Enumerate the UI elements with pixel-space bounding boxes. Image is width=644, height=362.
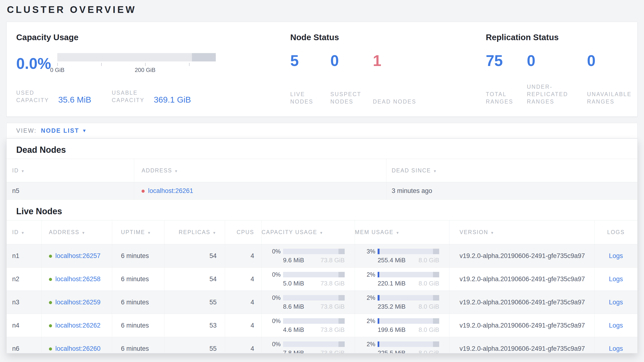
cpus-cell: 4 xyxy=(225,268,261,291)
chevron-down-icon[interactable]: ▼ xyxy=(82,128,87,133)
node-address-link[interactable]: localhost:26258 xyxy=(56,275,100,283)
logs-link[interactable]: Logs xyxy=(609,252,623,259)
used-capacity-stat: USED CAPACITY 35.6 MiB xyxy=(16,89,91,104)
mem-total-value: 8.0 GiB xyxy=(418,303,439,310)
column-header-label: ADDRESS xyxy=(142,167,172,173)
logs-link[interactable]: Logs xyxy=(609,299,623,306)
axis-tick xyxy=(145,63,146,66)
capacity-used-value: 4.6 MiB xyxy=(283,326,304,333)
live-status-icon xyxy=(49,324,52,327)
replication-stat-value: 0 xyxy=(527,53,587,68)
node-status-title: Node Status xyxy=(290,33,486,42)
replication-stat-value: 75 xyxy=(486,53,527,68)
capacity-usage-widget: 0%4.6 MiB73.8 GiB xyxy=(272,317,345,333)
node-address-link[interactable]: localhost:26259 xyxy=(56,299,100,306)
node-id-cell: n2 xyxy=(7,268,41,291)
capacity-used-value: 7.8 MiB xyxy=(283,349,304,354)
version-cell: v19.2.0-alpha.20190606-2491-gfe735c9a97 xyxy=(450,244,594,268)
capacity-usage-percent: 0% xyxy=(272,341,281,348)
usable-capacity-stat: USABLE CAPACITY 369.1 GiB xyxy=(112,89,191,104)
node-id-cell: n4 xyxy=(7,314,41,337)
column-header-label: VERSION xyxy=(460,229,488,235)
uptime-cell: 6 minutes xyxy=(112,314,164,337)
node-status-numbers: 501 xyxy=(290,53,486,68)
column-header-address[interactable]: ADDRESS▼ xyxy=(41,221,112,244)
live-node-row: n3localhost:262596 minutes5540%8.6 MiB73… xyxy=(7,291,637,314)
axis-tick-label: 200 GiB xyxy=(134,67,156,73)
column-header-version[interactable]: VERSION▼ xyxy=(450,221,594,244)
mem-usage-bar-reserved xyxy=(433,318,439,324)
column-header-mem-usage[interactable]: MEM USAGE▼ xyxy=(355,221,449,244)
column-header-label: CPUS xyxy=(236,229,254,235)
page-title: CLUSTER OVERVIEW xyxy=(7,4,638,15)
capacity-usage-bar xyxy=(283,272,345,277)
capacity-usage-bar xyxy=(283,295,345,301)
dead-since-cell: 3 minutes ago xyxy=(386,182,637,200)
capacity-usage-cell: 0%8.6 MiB73.8 GiB xyxy=(261,291,355,314)
capacity-total-value: 73.8 GiB xyxy=(320,257,345,264)
mem-usage-bar xyxy=(378,341,439,347)
node-address-link[interactable]: localhost:26257 xyxy=(56,252,100,259)
uptime-cell: 6 minutes xyxy=(112,337,164,354)
mem-usage-cell: 2%235.2 MiB8.0 GiB xyxy=(355,291,449,314)
column-header-address[interactable]: ADDRESS▼ xyxy=(134,159,386,182)
column-header-id[interactable]: ID▼ xyxy=(7,221,41,244)
live-node-row: n6localhost:262606 minutes5540%7.8 MiB73… xyxy=(7,337,637,354)
column-header-dead-since[interactable]: DEAD SINCE▼ xyxy=(386,159,637,182)
uptime-cell: 6 minutes xyxy=(112,244,164,268)
capacity-usage-bar-reserved xyxy=(338,295,345,301)
capacity-usage-bar-reserved xyxy=(338,272,345,277)
address-cell: localhost:26259 xyxy=(41,291,112,314)
column-header-label: ID xyxy=(12,229,19,235)
mem-total-value: 8.0 GiB xyxy=(418,280,439,287)
replicas-cell: 55 xyxy=(164,337,225,354)
axis-tick-label: 0 GiB xyxy=(50,67,64,73)
capacity-usage-bar-reserved xyxy=(338,341,345,347)
logs-link[interactable]: Logs xyxy=(609,345,623,352)
column-header-capacity-usage[interactable]: CAPACITY USAGE▼ xyxy=(261,221,355,244)
mem-used-value: 255.4 MiB xyxy=(378,257,406,264)
node-status-section: Node Status 501 LIVE NODESSUSPECT NODESD… xyxy=(290,33,486,116)
capacity-total-value: 73.8 GiB xyxy=(320,280,345,287)
sort-arrow-icon: ▼ xyxy=(21,169,25,173)
column-header-replicas[interactable]: REPLICAS▼ xyxy=(164,221,225,244)
column-header-uptime[interactable]: UPTIME▼ xyxy=(112,221,164,244)
replication-numbers: 7500 xyxy=(486,53,637,68)
sort-arrow-icon: ▼ xyxy=(174,169,178,173)
live-status-icon xyxy=(49,301,52,304)
dead-node-row: n5localhost:262613 minutes ago xyxy=(7,182,637,200)
view-selector-dropdown[interactable]: NODE LIST xyxy=(41,127,79,134)
capacity-total-value: 73.8 GiB xyxy=(320,326,345,333)
mem-usage-bar xyxy=(378,318,439,324)
node-stat-value: 0 xyxy=(330,53,373,68)
capacity-bar-block: 0 GiB200 GiB xyxy=(57,53,216,74)
mem-used-value: 235.2 MiB xyxy=(378,303,406,310)
mem-used-value: 199.6 MiB xyxy=(378,326,406,333)
column-header-logs: LOGS xyxy=(594,221,637,244)
capacity-usage-percent: 0% xyxy=(272,317,281,324)
capacity-axis-labels: 0 GiB200 GiB xyxy=(57,67,216,74)
usable-capacity-label: USABLE CAPACITY xyxy=(112,89,154,104)
cpus-cell: 4 xyxy=(225,291,261,314)
mem-usage-percent: 2% xyxy=(367,294,375,301)
mem-usage-cell: 2%199.6 MiB8.0 GiB xyxy=(355,314,449,337)
node-address-link[interactable]: localhost:26260 xyxy=(56,345,100,352)
capacity-usage-cell: 0%5.0 MiB73.8 GiB xyxy=(261,268,355,291)
version-cell: v19.2.0-alpha.20190606-2491-gfe735c9a97 xyxy=(450,337,594,354)
capacity-used-value: 5.0 MiB xyxy=(283,280,304,287)
column-header-label: ID xyxy=(12,167,19,173)
capacity-usage-percent: 0% xyxy=(272,294,281,301)
column-header-id[interactable]: ID▼ xyxy=(7,159,134,182)
mem-usage-bar-fill xyxy=(378,272,379,277)
node-address-link[interactable]: localhost:26262 xyxy=(56,322,100,329)
logs-link[interactable]: Logs xyxy=(609,322,623,329)
axis-tick xyxy=(57,63,58,66)
mem-total-value: 8.0 GiB xyxy=(418,349,439,354)
sort-arrow-icon: ▼ xyxy=(433,169,437,173)
nodes-panel: Dead Nodes ID▼ADDRESS▼DEAD SINCE▼ n5loca… xyxy=(6,138,638,353)
node-stat-label: DEAD NODES xyxy=(373,98,486,105)
mem-usage-bar-reserved xyxy=(433,341,439,347)
version-cell: v19.2.0-alpha.20190606-2491-gfe735c9a97 xyxy=(450,314,594,337)
logs-link[interactable]: Logs xyxy=(609,275,623,283)
node-address-link[interactable]: localhost:26261 xyxy=(148,187,193,194)
